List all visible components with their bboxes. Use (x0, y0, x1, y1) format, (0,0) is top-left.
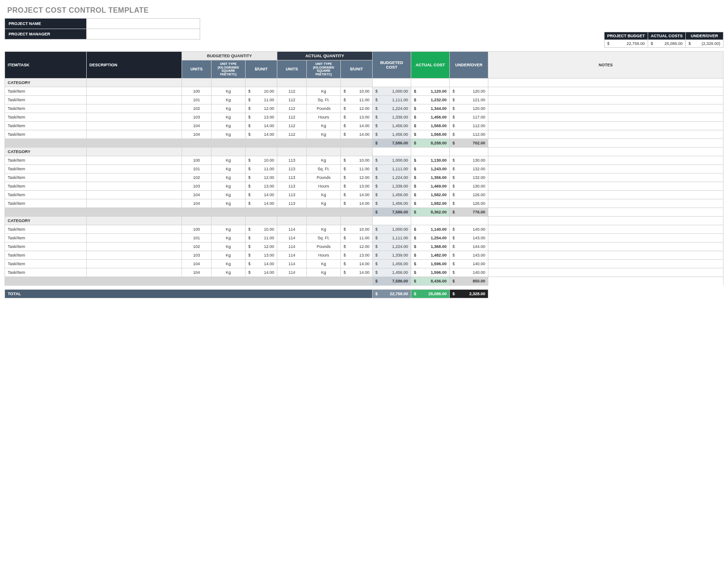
task-name[interactable]: Task/Item (5, 242, 87, 251)
b-punit[interactable]: $11.00 (246, 164, 277, 173)
a-utype[interactable]: Sq. Ft. (307, 233, 341, 242)
b-utype[interactable]: Kg (212, 199, 246, 208)
a-units[interactable]: 112 (277, 87, 307, 95)
a-punit[interactable]: $10.00 (341, 156, 373, 164)
a-units[interactable]: 113 (277, 173, 307, 182)
b-punit[interactable]: $10.00 (246, 225, 277, 233)
table-row[interactable]: Task/Item104Kg$14.00114Kg$14.00$1,456.00… (5, 268, 723, 277)
table-row[interactable]: Task/Item104Kg$14.00113Kg$14.00$1,456.00… (5, 190, 723, 199)
a-punit[interactable]: $11.00 (341, 95, 373, 104)
a-utype[interactable]: Kg (307, 156, 341, 164)
table-row[interactable]: Task/Item101Kg$11.00113Sq. Ft.$11.00$1,1… (5, 164, 723, 173)
task-desc[interactable] (87, 121, 182, 130)
notes-cell[interactable] (488, 268, 723, 277)
b-units[interactable]: 104 (182, 190, 212, 199)
b-utype[interactable]: Kg (212, 95, 246, 104)
b-units[interactable]: 104 (182, 268, 212, 277)
a-utype[interactable]: Sq. Ft. (307, 164, 341, 173)
b-units[interactable]: 103 (182, 251, 212, 259)
notes-cell[interactable] (488, 121, 723, 130)
task-desc[interactable] (87, 251, 182, 259)
a-utype[interactable]: Kg (307, 199, 341, 208)
task-name[interactable]: Task/Item (5, 268, 87, 277)
table-row[interactable]: Task/Item102Kg$12.00114Pounds$12.00$1,22… (5, 242, 723, 251)
table-row[interactable]: Task/Item104Kg$14.00114Kg$14.00$1,456.00… (5, 259, 723, 268)
b-punit[interactable]: $14.00 (246, 268, 277, 277)
b-units[interactable]: 100 (182, 87, 212, 95)
task-name[interactable]: Task/Item (5, 259, 87, 268)
b-utype[interactable]: Kg (212, 156, 246, 164)
a-utype[interactable]: Kg (307, 268, 341, 277)
a-punit[interactable]: $14.00 (341, 190, 373, 199)
b-utype[interactable]: Kg (212, 113, 246, 121)
a-punit[interactable]: $12.00 (341, 173, 373, 182)
b-utype[interactable]: Kg (212, 268, 246, 277)
task-desc[interactable] (87, 199, 182, 208)
b-units[interactable]: 104 (182, 259, 212, 268)
b-punit[interactable]: $14.00 (246, 130, 277, 139)
b-punit[interactable]: $14.00 (246, 259, 277, 268)
task-name[interactable]: Task/Item (5, 173, 87, 182)
a-units[interactable]: 114 (277, 233, 307, 242)
a-utype[interactable]: Pounds (307, 242, 341, 251)
b-units[interactable]: 102 (182, 242, 212, 251)
b-utype[interactable]: Kg (212, 173, 246, 182)
notes-cell[interactable] (488, 164, 723, 173)
notes-cell[interactable] (488, 87, 723, 95)
a-units[interactable]: 112 (277, 130, 307, 139)
b-punit[interactable]: $11.00 (246, 95, 277, 104)
a-units[interactable]: 113 (277, 164, 307, 173)
b-utype[interactable]: Kg (212, 259, 246, 268)
a-punit[interactable]: $12.00 (341, 242, 373, 251)
task-desc[interactable] (87, 104, 182, 113)
b-punit[interactable]: $14.00 (246, 190, 277, 199)
table-row[interactable]: Task/Item100Kg$10.00114Kg$10.00$1,000.00… (5, 225, 723, 233)
b-punit[interactable]: $12.00 (246, 242, 277, 251)
task-desc[interactable] (87, 164, 182, 173)
a-utype[interactable]: Kg (307, 259, 341, 268)
b-punit[interactable]: $13.00 (246, 182, 277, 190)
task-name[interactable]: Task/Item (5, 87, 87, 95)
task-desc[interactable] (87, 156, 182, 164)
task-name[interactable]: Task/Item (5, 121, 87, 130)
task-desc[interactable] (87, 113, 182, 121)
notes-cell[interactable] (488, 173, 723, 182)
b-punit[interactable]: $13.00 (246, 251, 277, 259)
notes-cell[interactable] (488, 182, 723, 190)
b-punit[interactable]: $10.00 (246, 87, 277, 95)
notes-cell[interactable] (488, 104, 723, 113)
table-row[interactable]: Task/Item100Kg$10.00112Kg$10.00$1,000.00… (5, 87, 723, 95)
task-name[interactable]: Task/Item (5, 104, 87, 113)
a-units[interactable]: 113 (277, 156, 307, 164)
a-punit[interactable]: $11.00 (341, 233, 373, 242)
a-utype[interactable]: Sq. Ft. (307, 95, 341, 104)
task-desc[interactable] (87, 242, 182, 251)
notes-cell[interactable] (488, 199, 723, 208)
task-name[interactable]: Task/Item (5, 95, 87, 104)
b-utype[interactable]: Kg (212, 242, 246, 251)
a-units[interactable]: 114 (277, 259, 307, 268)
task-desc[interactable] (87, 130, 182, 139)
task-desc[interactable] (87, 225, 182, 233)
a-utype[interactable]: Pounds (307, 173, 341, 182)
b-units[interactable]: 100 (182, 225, 212, 233)
a-units[interactable]: 114 (277, 251, 307, 259)
b-punit[interactable]: $14.00 (246, 121, 277, 130)
a-utype[interactable]: Kg (307, 87, 341, 95)
b-punit[interactable]: $12.00 (246, 173, 277, 182)
b-units[interactable]: 100 (182, 156, 212, 164)
a-punit[interactable]: $13.00 (341, 182, 373, 190)
a-utype[interactable]: Kg (307, 121, 341, 130)
a-punit[interactable]: $13.00 (341, 113, 373, 121)
b-units[interactable]: 102 (182, 173, 212, 182)
b-units[interactable]: 104 (182, 199, 212, 208)
table-row[interactable]: Task/Item101Kg$11.00112Sq. Ft.$11.00$1,1… (5, 95, 723, 104)
a-units[interactable]: 112 (277, 104, 307, 113)
task-name[interactable]: Task/Item (5, 233, 87, 242)
a-utype[interactable]: Kg (307, 190, 341, 199)
table-row[interactable]: Task/Item103Kg$13.00114Hours$13.00$1,339… (5, 251, 723, 259)
b-utype[interactable]: Kg (212, 164, 246, 173)
a-utype[interactable]: Pounds (307, 104, 341, 113)
task-name[interactable]: Task/Item (5, 130, 87, 139)
b-utype[interactable]: Kg (212, 182, 246, 190)
